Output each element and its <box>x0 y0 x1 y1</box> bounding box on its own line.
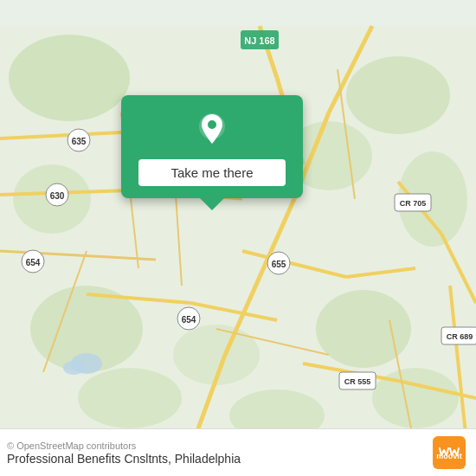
svg-text:CR 689: CR 689 <box>447 332 473 341</box>
location-card: Take me there <box>121 95 303 198</box>
svg-point-13 <box>63 361 84 375</box>
svg-text:655: 655 <box>272 260 286 269</box>
svg-text:NJ 168: NJ 168 <box>244 35 274 46</box>
take-me-there-button[interactable]: Take me there <box>138 159 286 186</box>
osm-credit: © OpenStreetMap contributors <box>7 441 241 451</box>
map-background: NJ 168 635 630 654 CR 705 655 654 CR 555… <box>0 0 476 476</box>
location-name: Professional Benefits Cnsltnts, Philadel… <box>7 452 241 466</box>
moovit-logo: moovit <box>433 436 466 469</box>
svg-text:654: 654 <box>182 315 196 325</box>
moovit-icon: moovit <box>433 436 466 469</box>
svg-text:CR 705: CR 705 <box>400 199 427 208</box>
svg-point-1 <box>9 35 130 121</box>
map-container: NJ 168 635 630 654 CR 705 655 654 CR 555… <box>0 0 476 476</box>
svg-text:630: 630 <box>50 191 65 201</box>
bottom-bar: © OpenStreetMap contributors Professiona… <box>0 428 476 476</box>
svg-text:635: 635 <box>72 137 87 146</box>
map-pin-icon <box>193 111 231 149</box>
svg-text:CR 555: CR 555 <box>344 377 371 386</box>
bottom-bar-info: © OpenStreetMap contributors Professiona… <box>7 441 241 466</box>
svg-text:654: 654 <box>26 258 41 267</box>
svg-point-2 <box>346 56 450 134</box>
svg-point-9 <box>78 368 182 428</box>
svg-point-60 <box>208 120 216 129</box>
